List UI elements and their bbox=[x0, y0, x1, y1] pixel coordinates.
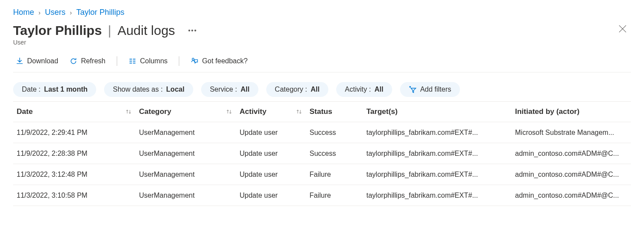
breadcrumb-current[interactable]: Taylor Phillips bbox=[76, 8, 124, 17]
sort-icon bbox=[296, 108, 303, 115]
cell-initiated: admin_contoso.com#ADM#@C... bbox=[515, 171, 627, 179]
cell-activity: Update user bbox=[240, 150, 310, 158]
sort-icon bbox=[125, 108, 132, 115]
col-initiated-label: Initiated by (actor) bbox=[515, 107, 579, 116]
toolbar-divider bbox=[117, 56, 117, 66]
cell-activity: Update user bbox=[240, 129, 310, 137]
table-row[interactable]: 11/3/2022, 3:12:48 PMUserManagementUpdat… bbox=[13, 164, 631, 185]
columns-icon bbox=[129, 57, 136, 65]
cell-initiated: admin_contoso.com#ADM#@C... bbox=[515, 192, 627, 199]
chevron-right-icon: › bbox=[38, 9, 41, 16]
page-title-main: Taylor Phillips bbox=[13, 23, 102, 38]
filter-showdates-value: Local bbox=[166, 86, 184, 93]
col-category[interactable]: Category bbox=[139, 107, 240, 116]
col-targets[interactable]: Target(s) bbox=[366, 107, 515, 116]
cell-activity: Update user bbox=[240, 192, 310, 199]
breadcrumb: Home › Users › Taylor Phillips bbox=[13, 8, 631, 17]
filter-date-value: Last 1 month bbox=[44, 86, 88, 93]
filter-activity-value: All bbox=[374, 86, 383, 93]
cell-date: 11/9/2022, 2:28:38 PM bbox=[17, 150, 139, 158]
col-date-label: Date bbox=[17, 107, 33, 116]
cell-date: 11/3/2022, 3:10:58 PM bbox=[17, 192, 139, 199]
cell-status: Failure bbox=[310, 192, 366, 199]
cell-targets: taylorphillips_fabrikam.com#EXT#... bbox=[366, 171, 515, 179]
col-initiated[interactable]: Initiated by (actor) bbox=[515, 107, 627, 116]
feedback-icon bbox=[191, 57, 198, 65]
add-filter-icon bbox=[409, 86, 417, 93]
col-status-label: Status bbox=[310, 107, 332, 116]
columns-label: Columns bbox=[140, 57, 167, 65]
filter-date[interactable]: Date : Last 1 month bbox=[13, 82, 96, 97]
audit-logs-table: Date Category Activity Status Target(s) … bbox=[13, 101, 631, 206]
table-row[interactable]: 11/9/2022, 2:28:38 PMUserManagementUpdat… bbox=[13, 143, 631, 164]
chevron-right-icon: › bbox=[70, 9, 72, 16]
feedback-button[interactable]: Got feedback? bbox=[188, 55, 250, 67]
cell-targets: taylorphillips_fabrikam.com#EXT#... bbox=[366, 150, 515, 158]
cell-category: UserManagement bbox=[139, 192, 240, 199]
filter-category[interactable]: Category : All bbox=[266, 82, 328, 97]
sort-icon bbox=[226, 108, 233, 115]
filter-activity-label: Activity : bbox=[345, 86, 371, 93]
table-header-row: Date Category Activity Status Target(s) … bbox=[13, 101, 631, 122]
filter-service[interactable]: Service : All bbox=[201, 82, 258, 97]
cell-date: 11/9/2022, 2:29:41 PM bbox=[17, 129, 139, 137]
refresh-label: Refresh bbox=[81, 57, 105, 65]
cell-category: UserManagement bbox=[139, 171, 240, 179]
table-row[interactable]: 11/3/2022, 3:10:58 PMUserManagementUpdat… bbox=[13, 185, 631, 206]
download-button[interactable]: Download bbox=[13, 55, 61, 67]
columns-button[interactable]: Columns bbox=[126, 55, 170, 67]
filter-bar: Date : Last 1 month Show dates as : Loca… bbox=[13, 82, 631, 97]
col-date[interactable]: Date bbox=[17, 107, 139, 116]
filter-category-label: Category : bbox=[275, 86, 307, 93]
cell-initiated: admin_contoso.com#ADM#@C... bbox=[515, 150, 627, 158]
title-separator: | bbox=[108, 23, 111, 38]
toolbar: Download Refresh Columns Got feedback? bbox=[13, 55, 631, 72]
col-activity-label: Activity bbox=[240, 107, 266, 116]
cell-category: UserManagement bbox=[139, 129, 240, 137]
more-actions-button[interactable]: ••• bbox=[188, 27, 197, 34]
filter-service-value: All bbox=[240, 86, 249, 93]
breadcrumb-home[interactable]: Home bbox=[13, 8, 34, 17]
close-button[interactable] bbox=[614, 23, 631, 36]
refresh-icon bbox=[70, 57, 77, 65]
download-icon bbox=[16, 57, 24, 65]
breadcrumb-users[interactable]: Users bbox=[45, 8, 66, 17]
table-row[interactable]: 11/9/2022, 2:29:41 PMUserManagementUpdat… bbox=[13, 122, 631, 143]
filter-activity[interactable]: Activity : All bbox=[336, 82, 392, 97]
col-status[interactable]: Status bbox=[310, 107, 366, 116]
col-activity[interactable]: Activity bbox=[240, 107, 310, 116]
filter-service-label: Service : bbox=[210, 86, 237, 93]
close-icon bbox=[619, 25, 627, 33]
cell-initiated: Microsoft Substrate Managem... bbox=[515, 129, 627, 137]
filter-category-value: All bbox=[310, 86, 319, 93]
col-category-label: Category bbox=[139, 107, 171, 116]
page-subtitle: User bbox=[13, 39, 197, 46]
col-targets-label: Target(s) bbox=[366, 107, 397, 116]
add-filters-label: Add filters bbox=[420, 86, 451, 93]
cell-date: 11/3/2022, 3:12:48 PM bbox=[17, 171, 139, 179]
filter-date-label: Date : bbox=[22, 86, 41, 93]
cell-targets: taylorphillips_fabrikam.com#EXT#... bbox=[366, 192, 515, 199]
feedback-label: Got feedback? bbox=[202, 57, 247, 65]
page-header: Taylor Phillips | Audit logs ••• User bbox=[13, 23, 631, 46]
cell-status: Success bbox=[310, 150, 366, 158]
cell-status: Success bbox=[310, 129, 366, 137]
toolbar-divider bbox=[179, 56, 179, 66]
filter-showdates[interactable]: Show dates as : Local bbox=[104, 82, 193, 97]
cell-targets: taylorphillips_fabrikam.com#EXT#... bbox=[366, 129, 515, 137]
page-title-secondary: Audit logs bbox=[118, 23, 175, 38]
cell-category: UserManagement bbox=[139, 150, 240, 158]
svg-point-8 bbox=[192, 58, 195, 60]
add-filters-button[interactable]: Add filters bbox=[400, 82, 460, 97]
cell-status: Failure bbox=[310, 171, 366, 179]
download-label: Download bbox=[27, 57, 58, 65]
cell-activity: Update user bbox=[240, 171, 310, 179]
filter-showdates-label: Show dates as : bbox=[113, 86, 163, 93]
refresh-button[interactable]: Refresh bbox=[67, 55, 108, 67]
